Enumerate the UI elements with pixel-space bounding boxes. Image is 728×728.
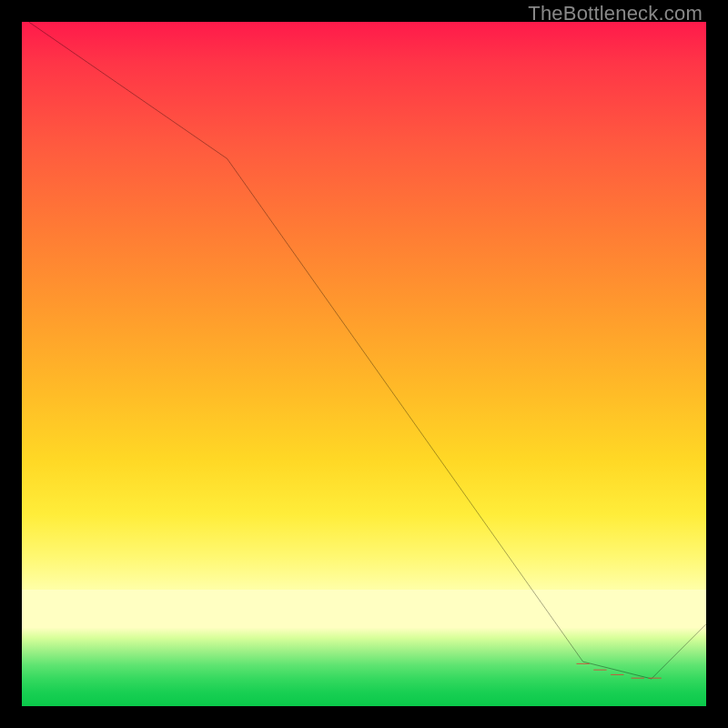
curve-path — [29, 22, 706, 679]
line-series — [22, 22, 706, 706]
plot-area — [22, 22, 706, 706]
watermark-label: TheBottleneck.com — [528, 2, 703, 25]
chart-frame: TheBottleneck.com — [0, 0, 728, 728]
